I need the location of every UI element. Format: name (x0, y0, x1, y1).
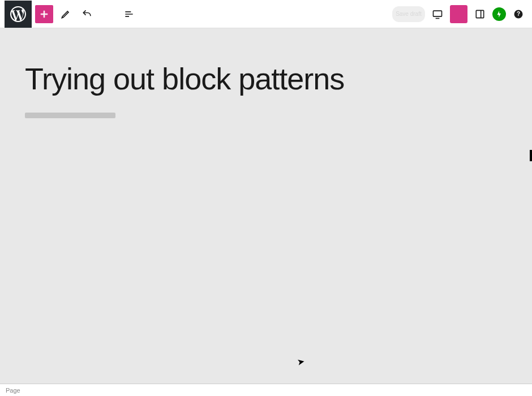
editor-toolbar: Save draft Publish ? (0, 0, 532, 28)
help-icon: ? (513, 8, 524, 20)
pencil-icon (60, 8, 71, 20)
save-draft-label: Save draft (396, 11, 422, 17)
block-inserter-button[interactable] (35, 5, 53, 23)
undo-button[interactable] (78, 5, 96, 23)
tools-button[interactable] (57, 5, 75, 23)
scrollbar-hint (530, 150, 532, 161)
footer-status: Page (6, 387, 20, 394)
post-title-input[interactable]: Trying out block patterns (25, 62, 507, 96)
undo-icon (81, 8, 93, 20)
editor-footer: Page (0, 384, 532, 396)
jetpack-icon (495, 10, 503, 18)
toolbar-right: Save draft Publish ? (392, 5, 527, 23)
mouse-cursor-icon: ➤ (296, 356, 305, 368)
svg-rect-0 (433, 11, 441, 16)
wordpress-icon (10, 6, 26, 22)
desktop-icon (432, 8, 443, 20)
toolbar-left (5, 1, 138, 28)
publish-button[interactable]: Publish (450, 5, 467, 23)
svg-text:?: ? (517, 11, 520, 17)
svg-rect-1 (476, 10, 483, 18)
empty-paragraph-block[interactable] (25, 113, 115, 118)
wordpress-logo[interactable] (5, 1, 32, 28)
settings-button[interactable] (471, 5, 489, 23)
details-button[interactable] (120, 5, 138, 23)
jetpack-button[interactable] (492, 7, 506, 21)
post-content: Trying out block patterns (2, 51, 530, 130)
sidebar-icon (474, 8, 486, 20)
editor-canvas[interactable]: Trying out block patterns ➤ (0, 28, 532, 384)
plus-icon (38, 8, 50, 20)
preview-button[interactable] (428, 5, 447, 23)
help-button[interactable]: ? (509, 5, 527, 23)
list-icon (123, 8, 135, 20)
save-draft-button[interactable]: Save draft (392, 6, 425, 22)
